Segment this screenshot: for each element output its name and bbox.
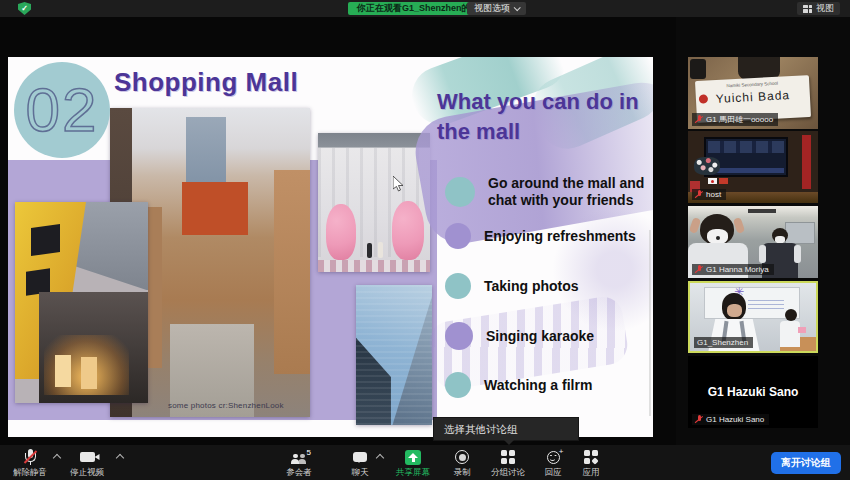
view-button[interactable]: 视图: [797, 2, 840, 15]
slide-photo-pink-sculptures: [318, 133, 430, 272]
video-camera-icon: [80, 452, 95, 462]
bullet-text: Enjoying refreshments: [484, 228, 636, 245]
ceiling-light: [748, 209, 776, 213]
view-options-dropdown[interactable]: 视图选项: [467, 2, 526, 15]
bullet-dot: [445, 177, 475, 207]
shared-screen-area: 02 Shopping Mall some photos cr:Shenzhen…: [0, 17, 676, 445]
section-number: 02: [26, 79, 99, 141]
video-tile-host[interactable]: host: [688, 131, 818, 203]
name-card-school: Namiki Secondary School: [724, 81, 781, 89]
flower-bouquet: [694, 157, 720, 175]
muted-mic-icon: [695, 115, 703, 124]
stop-video-button[interactable]: 停止视频: [56, 449, 118, 479]
bullet-text: Taking photos: [484, 278, 579, 295]
muted-mic-icon: [695, 265, 703, 274]
student-head: [785, 309, 797, 321]
face-mask: [775, 236, 785, 243]
section-number-badge: 02: [14, 62, 110, 158]
chevron-down-icon: [514, 4, 521, 11]
bullet-text: Go around the mall and chat with your fr…: [488, 175, 647, 209]
view-options-label: 视图选项: [474, 2, 510, 15]
china-flag: [719, 178, 728, 184]
student-body: [780, 321, 800, 347]
security-shield-icon[interactable]: ✓: [18, 2, 31, 15]
video-tile-shenzhen-active-speaker[interactable]: ✳ G1_Shenzhen: [688, 281, 818, 353]
bullet-text: Watching a filrm: [484, 377, 592, 394]
slide-right-panel: What you can do in the mall Go around th…: [437, 57, 653, 437]
slide-photo-yellow-building: [15, 202, 148, 403]
reactions-icon: +: [547, 451, 560, 464]
bullet-dot: [445, 223, 471, 249]
bullet-text: Singing karaoke: [486, 328, 594, 345]
participant-name-label: G1_Shenzhen: [694, 337, 753, 348]
record-icon: [455, 450, 469, 464]
photo-credit-caption: some photos cr:ShenzhenLook: [168, 401, 284, 410]
participants-count-badge: 5: [307, 448, 311, 457]
bullet-item: Watching a filrm: [445, 372, 647, 398]
japan-flag: [708, 178, 717, 184]
meeting-top-bar: ✓ 你正在观看G1_Shenzhen的屏幕 视图选项 视图: [0, 0, 850, 17]
slide-photo-skyscrapers: [356, 285, 432, 425]
bullet-dot: [445, 322, 473, 350]
bullet-item: Singing karaoke: [445, 322, 647, 350]
participant-name-label: G1 馬田雄一ooooo: [692, 113, 778, 126]
mouse-cursor: [393, 176, 404, 192]
slide-title: Shopping Mall: [114, 67, 298, 98]
participant-name-label: G1 Hanna Moriya: [692, 264, 774, 275]
bullet-item: Go around the mall and chat with your fr…: [445, 175, 647, 209]
muted-mic-icon: [695, 415, 703, 424]
presentation-slide: 02 Shopping Mall some photos cr:Shenzhen…: [8, 57, 653, 437]
video-tile-yuichi-bada[interactable]: Namiki Secondary School Yuichi Bada G1 馬…: [688, 57, 818, 129]
breakout-room-tooltip: 选择其他讨论组: [433, 417, 579, 441]
unmute-button[interactable]: 解除静音: [0, 449, 61, 479]
bullet-dot: [445, 273, 471, 299]
leave-breakout-button[interactable]: 离开讨论组: [771, 452, 841, 474]
video-tile-hanna-moriya[interactable]: G1 Hanna Moriya: [688, 206, 818, 278]
apps-icon: [584, 450, 598, 464]
red-banner: [802, 135, 811, 189]
name-card-name: Yuichi Bada: [696, 87, 811, 107]
participants-button[interactable]: 5 参会者: [268, 449, 330, 479]
participant-name-label: host: [692, 189, 726, 200]
breakout-rooms-icon: [501, 450, 515, 464]
view-grid-icon: [803, 5, 812, 13]
apps-button[interactable]: 应用: [560, 449, 622, 479]
share-screen-icon: [405, 450, 421, 465]
mic-muted-icon: [24, 449, 37, 465]
shelf: [785, 222, 815, 244]
view-button-label: 视图: [816, 2, 834, 15]
participants-strip: Namiki Secondary School Yuichi Bada G1 馬…: [676, 17, 850, 445]
participants-icon: 5: [290, 451, 308, 464]
bullet-item: Taking photos: [445, 273, 647, 299]
bullet-item: Enjoying refreshments: [445, 223, 647, 249]
chair: [690, 59, 706, 79]
muted-mic-icon: [695, 190, 703, 199]
bullet-dot: [445, 372, 471, 398]
video-tile-hazuki-sano[interactable]: G1 Hazuki Sano G1 Hazuki Sano: [688, 356, 818, 428]
slide-scrollbar: [649, 230, 651, 416]
zoom-meeting-window: ✓ 你正在观看G1_Shenzhen的屏幕 视图选项 视图: [0, 0, 850, 480]
meeting-toolbar: 解除静音 停止视频 5 参会者 聊天 共享屏幕 录制: [0, 445, 850, 480]
slide-heading: What you can do in the mall: [437, 87, 653, 147]
participant-name-label: G1 Hazuki Sano: [692, 414, 769, 425]
chat-bubble-icon: [353, 452, 367, 462]
